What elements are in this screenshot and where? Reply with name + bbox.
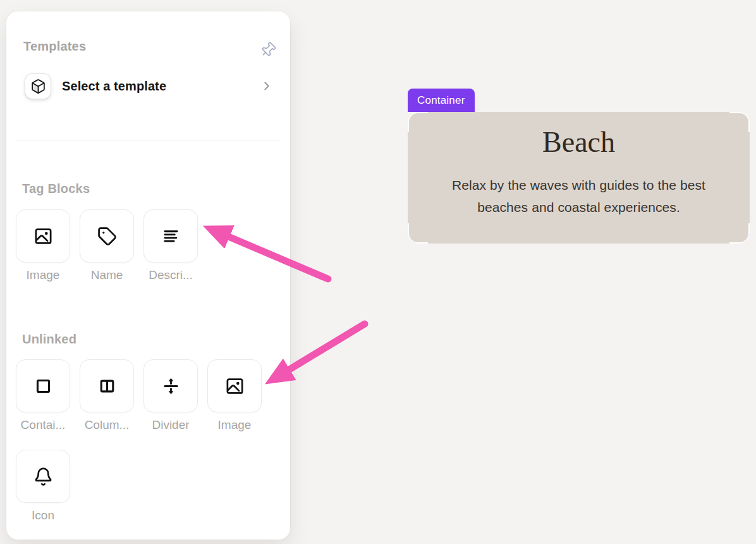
pin-icon[interactable] <box>259 40 277 59</box>
block-label: Image <box>218 418 252 432</box>
unlinked-block-divider[interactable] <box>143 359 198 412</box>
tag-block-description[interactable] <box>143 209 198 263</box>
block-label: Divider <box>152 418 189 432</box>
container-element-badge[interactable]: Container <box>408 89 475 112</box>
tag-blocks-section-title: Tag Blocks <box>22 182 90 196</box>
annotation-arrow-to-image-block <box>283 324 365 373</box>
unlinked-block-container[interactable] <box>16 359 70 412</box>
block-label: Icon <box>32 509 54 522</box>
unlinked-blocks-row-2: Icon <box>16 450 70 522</box>
block-item: Contai... <box>16 359 70 432</box>
unlinked-section-title: Unlinked <box>22 332 76 347</box>
chevron-right-icon <box>260 79 274 93</box>
unlinked-blocks-row: Contai... Colum... <box>16 359 262 432</box>
templates-section-title: Templates <box>23 39 86 54</box>
beach-container-element[interactable]: Beach Relax by the waves with guides to … <box>408 112 750 244</box>
tag-blocks-row: Image Name <box>16 209 198 282</box>
selection-corner <box>408 223 428 244</box>
panel-divider <box>16 140 281 140</box>
block-label: Image <box>27 268 60 282</box>
selection-corner <box>408 112 428 132</box>
block-label: Contai... <box>21 418 66 432</box>
select-template-label: Select a template <box>62 79 166 94</box>
block-item: Colum... <box>80 359 134 432</box>
unlinked-block-icon[interactable] <box>16 450 70 503</box>
builder-screen: { "panel": { "templates_title": "Templat… <box>0 0 756 544</box>
container-icon <box>34 376 53 396</box>
card-description: Relax by the waves with guides to the be… <box>430 174 728 218</box>
block-item: Descri... <box>143 209 198 282</box>
block-item: Image <box>16 209 70 282</box>
text-lines-icon <box>161 226 181 246</box>
tag-icon <box>97 226 117 246</box>
columns-icon <box>97 376 117 396</box>
tag-block-image[interactable] <box>16 209 70 263</box>
block-label: Descri... <box>149 268 193 282</box>
block-item: Image <box>207 359 262 432</box>
block-item: Divider <box>143 359 198 432</box>
block-label: Colum... <box>85 418 130 432</box>
selection-corner <box>729 223 750 244</box>
card-title: Beach <box>408 112 750 159</box>
divider-icon <box>161 376 181 396</box>
image-icon <box>225 376 245 396</box>
block-item: Name <box>80 209 134 282</box>
cube-icon <box>25 74 51 99</box>
block-item: Icon <box>16 450 70 522</box>
unlinked-block-image[interactable] <box>207 359 262 412</box>
unlinked-block-columns[interactable] <box>80 359 134 412</box>
blocks-palette-panel: Templates Select a template Tag Blocks <box>6 11 290 540</box>
block-label: Name <box>91 268 123 282</box>
selection-corner <box>729 112 750 132</box>
image-icon <box>34 226 53 246</box>
select-template-button[interactable]: Select a template <box>25 73 274 99</box>
tag-block-name[interactable] <box>80 209 134 263</box>
bell-icon <box>34 467 53 486</box>
